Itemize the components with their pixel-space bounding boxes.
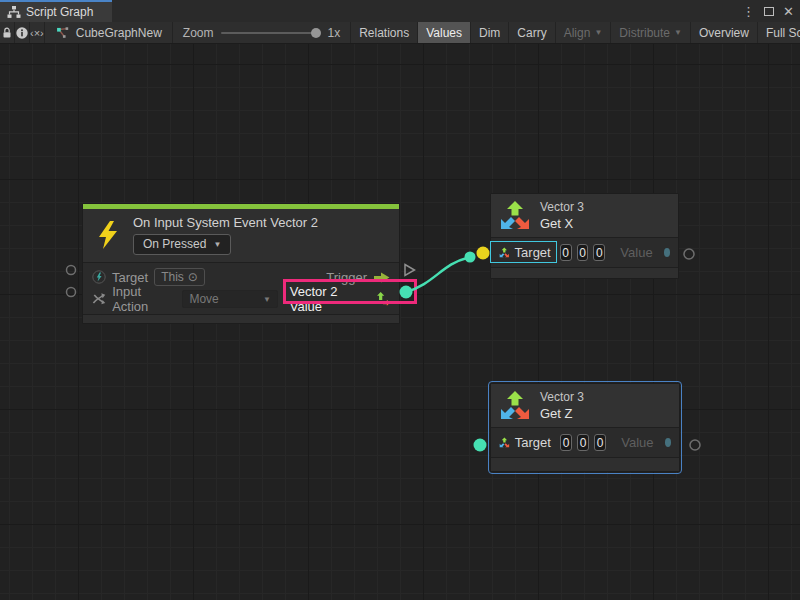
chevron-down-icon: ▼ (594, 29, 602, 37)
input-action-label: Input Action (112, 284, 176, 314)
edit-graph-button[interactable]: ‹×› (30, 22, 45, 43)
lock-icon (0, 26, 14, 40)
align-button[interactable]: Align▼ (556, 22, 612, 43)
zoom-slider[interactable] (221, 32, 319, 34)
vector3-small-icon (499, 435, 510, 450)
node-footer (491, 457, 679, 471)
value-output-label: Value (621, 435, 653, 450)
input-action-icon (92, 292, 106, 306)
event-target-icon (92, 270, 106, 284)
window-menu-icon[interactable]: ⋮ (742, 5, 755, 18)
x-field[interactable]: 0 (560, 244, 572, 261)
distribute-button[interactable]: Distribute▼ (611, 22, 691, 43)
node-vector3-get-z[interactable]: Vector 3 Get Z Target 0 0 0 Value (490, 383, 680, 472)
vector3-icon (499, 389, 531, 421)
event-mode-dropdown[interactable]: On Pressed ▼ (133, 234, 231, 255)
zoom-slider-handle[interactable] (311, 28, 321, 38)
node-title: Get Z (540, 406, 584, 421)
chevron-down-icon: ▼ (674, 29, 682, 37)
overview-button[interactable]: Overview (691, 22, 758, 43)
target-port-highlight-box (490, 241, 557, 263)
lightning-bolt-icon (96, 220, 120, 250)
node-footer (83, 314, 399, 323)
node-title: Get X (540, 216, 584, 231)
value-output-label: Value (620, 245, 652, 260)
window-maximize-icon[interactable] (764, 7, 774, 16)
get-z-value-port[interactable] (690, 440, 700, 450)
vector3-icon (499, 199, 531, 231)
target-input-row: Target 0 0 0 Value (491, 428, 679, 457)
wire-end-dot (465, 252, 476, 263)
chevron-down-icon: ▼ (213, 241, 221, 249)
event-input-port[interactable] (67, 288, 76, 297)
input-action-dropdown[interactable]: Move ▼ (182, 290, 277, 308)
value-output-port[interactable] (665, 438, 671, 447)
info-icon (15, 26, 29, 40)
value-output-port[interactable] (664, 248, 670, 257)
tab-label: Script Graph (26, 5, 93, 19)
graph-name-button[interactable]: CubeGraphNew (45, 22, 173, 43)
node-title: On Input System Event Vector 2 (133, 215, 318, 230)
inspect-button[interactable] (15, 22, 30, 43)
graph-asset-icon (55, 26, 70, 40)
carry-button[interactable]: Carry (509, 22, 555, 43)
y-field[interactable]: 0 (577, 434, 589, 451)
node-on-input-system-event[interactable]: On Input System Event Vector 2 On Presse… (82, 203, 400, 324)
dim-button[interactable]: Dim (471, 22, 509, 43)
node-footer (491, 267, 678, 278)
graph-name-label: CubeGraphNew (76, 26, 162, 40)
z-field[interactable]: 0 (594, 434, 606, 451)
x-field[interactable]: 0 (560, 434, 572, 451)
window-close-icon[interactable]: ✕ (783, 5, 794, 18)
graph-hierarchy-icon (7, 5, 21, 19)
get-z-target-port[interactable] (474, 439, 487, 452)
tab-script-graph[interactable]: Script Graph (0, 0, 112, 22)
zoom-label: Zoom (183, 26, 214, 40)
node-vector3-get-x[interactable]: Vector 3 Get X Target 0 0 0 Value (490, 193, 679, 279)
script-graph-window: Script Graph ⋮ ✕ ‹×› (0, 0, 800, 600)
lock-button[interactable] (0, 22, 15, 43)
chevron-down-icon: ▼ (263, 296, 271, 304)
trigger-output-port[interactable] (405, 265, 415, 276)
target-label: Target (112, 270, 148, 285)
get-x-target-port[interactable] (477, 247, 490, 260)
graph-toolbar: ‹×› CubeGraphNew Zoom 1x Relations Value… (0, 22, 800, 44)
node-type-label: Vector 3 (540, 390, 584, 404)
target-input-label: Target (515, 435, 551, 450)
event-input-port[interactable] (67, 266, 76, 275)
y-field[interactable]: 0 (577, 244, 589, 261)
titlebar: Script Graph ⋮ ✕ (0, 0, 800, 22)
get-x-value-port[interactable] (684, 249, 694, 259)
code-icon: ‹×› (30, 27, 44, 39)
zoom-value: 1x (327, 26, 340, 40)
graph-canvas[interactable]: On Input System Event Vector 2 On Presse… (0, 44, 800, 600)
relations-button[interactable]: Relations (351, 22, 418, 43)
crosshair-icon: ⊙ (188, 270, 198, 284)
vector2-value-highlight-box (283, 279, 417, 304)
zoom-control: Zoom 1x (173, 22, 351, 43)
node-type-label: Vector 3 (540, 200, 584, 214)
z-field[interactable]: 0 (593, 244, 605, 261)
full-screen-button[interactable]: Full Screen (758, 22, 800, 43)
values-button[interactable]: Values (418, 22, 471, 43)
